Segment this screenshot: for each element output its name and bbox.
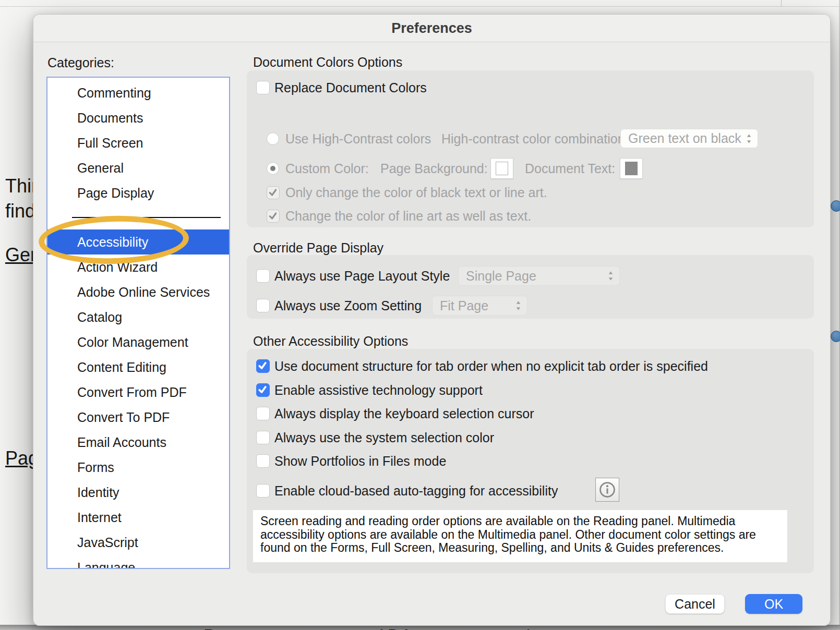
preferences-dialog: Preferences Categories: Commenting Docum… bbox=[33, 14, 831, 626]
sidebar-item-general[interactable]: General bbox=[47, 155, 229, 180]
zoom-setting-select[interactable]: Fit Page bbox=[432, 296, 527, 316]
sidebar-item-page-display[interactable]: Page Display bbox=[47, 180, 229, 205]
categories-list: Commenting Documents Full Screen General… bbox=[46, 77, 230, 569]
sidebar-item-full-screen[interactable]: Full Screen bbox=[47, 130, 229, 155]
sidebar-item-internet[interactable]: Internet bbox=[47, 505, 229, 530]
sidebar-item-documents[interactable]: Documents bbox=[47, 105, 229, 130]
cancel-button[interactable]: Cancel bbox=[665, 594, 725, 614]
custom-color-radio[interactable] bbox=[267, 162, 279, 175]
replace-document-colors-label: Replace Document Colors bbox=[274, 80, 427, 95]
only-black-text-label: Only change the color of black text or l… bbox=[285, 185, 547, 200]
sidebar-item-adobe-online-services[interactable]: Adobe Online Services bbox=[47, 280, 229, 305]
system-selection-color-checkbox[interactable] bbox=[256, 431, 270, 444]
dialog-title: Preferences bbox=[391, 20, 472, 37]
override-page-display-panel: Always use Page Layout Style Single Page… bbox=[247, 255, 814, 319]
custom-color-radio-label: Custom Color: bbox=[285, 161, 369, 176]
system-selection-color-label: Always use the system selection color bbox=[274, 430, 494, 445]
chevron-updown-icon bbox=[746, 132, 752, 145]
other-accessibility-panel: Use document structure for tab order whe… bbox=[247, 349, 814, 573]
auto-tagging-label: Enable cloud-based auto-tagging for acce… bbox=[274, 483, 558, 499]
page-background-color-swatch[interactable] bbox=[490, 158, 513, 179]
auto-tagging-checkbox[interactable] bbox=[256, 484, 270, 498]
section-title-other-accessibility: Other Accessibility Options bbox=[253, 334, 408, 349]
portfolios-files-mode-label: Show Portfolios in Files mode bbox=[274, 453, 446, 469]
keyboard-cursor-label: Always display the keyboard selection cu… bbox=[274, 406, 534, 421]
background-text-fragment: find bbox=[5, 200, 35, 222]
replace-document-colors-checkbox[interactable] bbox=[256, 81, 270, 94]
sidebar-item-javascript[interactable]: JavaScript bbox=[47, 530, 229, 555]
tab-order-label: Use document structure for tab order whe… bbox=[274, 358, 708, 374]
sidebar-item-content-editing[interactable]: Content Editing bbox=[47, 355, 229, 380]
document-text-label: Document Text: bbox=[525, 161, 615, 176]
sidebar-item-language[interactable]: Language bbox=[47, 555, 229, 569]
high-contrast-combo-label: High-contrast color combination: bbox=[441, 131, 629, 147]
section-title-document-colors: Document Colors Options bbox=[253, 55, 402, 70]
blue-handle-dot bbox=[831, 200, 840, 212]
chevron-updown-icon bbox=[515, 299, 522, 312]
screen: Thir find Ger Pag Part ADA I Preferences… bbox=[0, 0, 840, 630]
line-art-label: Change the color of line art as well as … bbox=[285, 208, 531, 224]
background-link-fragment: Ger bbox=[5, 244, 37, 266]
high-contrast-radio-label: Use High-Contrast colors bbox=[285, 131, 431, 147]
info-button[interactable] bbox=[595, 478, 619, 502]
tab-order-checkbox[interactable] bbox=[256, 359, 270, 373]
sidebar-item-catalog[interactable]: Catalog bbox=[47, 305, 229, 330]
categories-label: Categories: bbox=[47, 55, 114, 70]
ok-button[interactable]: OK bbox=[745, 594, 802, 614]
sidebar-item-email-accounts[interactable]: Email Accounts bbox=[47, 430, 229, 455]
always-use-page-layout-label: Always use Page Layout Style bbox=[274, 268, 450, 284]
background-window-divider bbox=[781, 0, 782, 6]
always-use-page-layout-checkbox[interactable] bbox=[256, 269, 270, 283]
page-layout-style-select[interactable]: Single Page bbox=[458, 266, 620, 286]
chevron-updown-icon bbox=[607, 270, 614, 282]
line-art-checkbox[interactable] bbox=[267, 210, 280, 223]
dialog-titlebar[interactable]: Preferences bbox=[33, 15, 830, 42]
page-background-label: Page Background: bbox=[380, 161, 488, 176]
info-icon bbox=[598, 481, 616, 499]
sidebar-item-forms[interactable]: Forms bbox=[47, 455, 229, 480]
sidebar-item-identity[interactable]: Identity bbox=[47, 480, 229, 505]
document-text-color-swatch[interactable] bbox=[620, 158, 643, 179]
blue-handle-dot bbox=[831, 331, 840, 342]
sidebar-item-commenting[interactable]: Commenting bbox=[47, 80, 229, 105]
high-contrast-radio[interactable] bbox=[267, 132, 279, 145]
section-title-override-page-display: Override Page Display bbox=[253, 240, 383, 256]
high-contrast-combination-select[interactable]: Green text on black bbox=[620, 129, 758, 148]
sidebar-item-color-management[interactable]: Color Management bbox=[47, 330, 229, 355]
always-use-zoom-checkbox[interactable] bbox=[256, 299, 270, 312]
sidebar-item-convert-to-pdf[interactable]: Convert To PDF bbox=[47, 405, 229, 430]
background-window-edge bbox=[0, 6, 840, 7]
portfolios-files-mode-checkbox[interactable] bbox=[256, 454, 270, 468]
always-use-zoom-label: Always use Zoom Setting bbox=[274, 298, 422, 313]
sidebar-item-convert-from-pdf[interactable]: Convert From PDF bbox=[47, 380, 229, 405]
document-colors-panel: Replace Document Colors Use High-Contras… bbox=[247, 70, 814, 227]
only-black-text-checkbox[interactable] bbox=[267, 186, 280, 199]
assistive-technology-checkbox[interactable] bbox=[256, 383, 270, 397]
keyboard-cursor-checkbox[interactable] bbox=[256, 407, 270, 420]
accessibility-note: Screen reading and reading order options… bbox=[253, 510, 787, 562]
assistive-technology-label: Enable assistive technology support bbox=[274, 382, 483, 398]
